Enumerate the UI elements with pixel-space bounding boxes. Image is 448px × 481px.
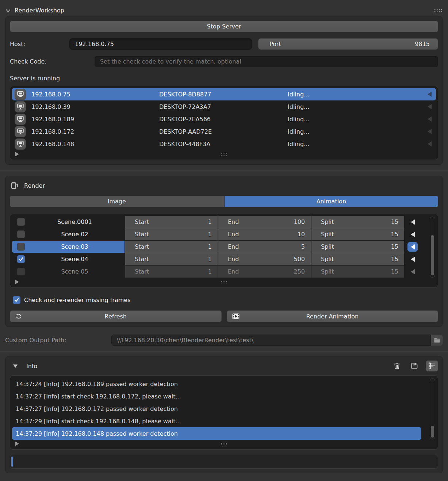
scene-row[interactable]: Scene.05 Start1 End250 Split15	[12, 266, 436, 278]
scene-row[interactable]: Scene.04 Start1 End500 Split15	[12, 253, 436, 265]
scene-start-field[interactable]: Start1	[125, 228, 218, 240]
list-expand-arrow[interactable]	[15, 280, 19, 284]
stop-server-button[interactable]: Stop Server	[10, 21, 438, 32]
command-input-field[interactable]	[10, 455, 438, 468]
scene-name: Scene.03	[25, 243, 125, 250]
save-log-button[interactable]	[408, 360, 421, 371]
log-row[interactable]: 14:37:27 [Info] 192.168.0.172 passed wor…	[12, 402, 421, 415]
scene-row[interactable]: Scene.02 Start1 End10 Split15	[12, 228, 436, 240]
scene-split-field[interactable]: Split15	[311, 241, 404, 253]
scene-checkbox[interactable]	[17, 218, 25, 226]
worker-collapse-arrow[interactable]	[423, 141, 436, 146]
scene-collapse-arrow[interactable]	[404, 228, 421, 240]
log-list-scrollbar[interactable]	[430, 378, 435, 439]
scene-row[interactable]: Scene.03 Start1 End5 Split15	[12, 241, 436, 253]
monitor-icon	[15, 138, 26, 150]
port-value: 9815	[415, 41, 430, 47]
scene-list-scrollbar[interactable]	[430, 217, 435, 278]
recheck-label: Check and re-render missing frames	[24, 297, 131, 304]
worker-status: Idling...	[288, 91, 423, 98]
log-row[interactable]: 14:37:29 [Info] 192.168.0.148 passed wor…	[12, 427, 421, 440]
scene-list: Scene.0001 Start1 End100 Split15 Scene.0…	[10, 214, 438, 288]
host-row: Host: Port 9815	[10, 38, 438, 50]
tab-image[interactable]: Image	[10, 196, 224, 207]
scene-checkbox[interactable]	[17, 268, 25, 275]
scrollbar-thumb[interactable]	[431, 235, 434, 276]
scene-checkbox[interactable]	[17, 243, 25, 251]
scene-checkbox[interactable]	[17, 230, 25, 238]
scene-start-field[interactable]: Start1	[125, 216, 218, 228]
list-resize-grip[interactable]	[221, 443, 228, 446]
worker-row[interactable]: 192.168.0.75 DESKTOP-8D8877 Idling...	[12, 88, 436, 100]
command-input[interactable]	[10, 455, 438, 469]
host-input[interactable]	[69, 38, 252, 50]
worker-name: DESKTOP-448F3A	[159, 141, 288, 148]
scene-end-field[interactable]: End100	[218, 216, 311, 228]
render-box: Render Image Animation Scene.0001 Start1…	[5, 176, 443, 327]
scene-collapse-arrow[interactable]	[404, 216, 421, 228]
list-resize-grip[interactable]	[221, 281, 228, 284]
log-row[interactable]: 14:37:27 [Info] start check 192.168.0.17…	[12, 390, 421, 402]
worker-row[interactable]: 192.168.0.39 DESKTOP-72A3A7 Idling...	[12, 100, 436, 113]
scene-start-field[interactable]: Start1	[125, 241, 218, 253]
folder-icon	[433, 337, 441, 343]
info-title[interactable]: Info	[26, 363, 37, 370]
scene-collapse-arrow[interactable]	[404, 253, 421, 265]
page-title[interactable]: RenderWorkshop	[15, 7, 64, 14]
tab-animation[interactable]: Animation	[225, 196, 439, 207]
scene-row[interactable]: Scene.0001 Start1 End100 Split15	[12, 216, 436, 228]
refresh-button[interactable]: Refresh	[10, 310, 222, 322]
host-label: Host:	[10, 41, 69, 47]
output-path-field[interactable]: \\192.168.20.30\chen\BlenderRender\test\…	[111, 335, 431, 346]
worker-row[interactable]: 192.168.0.189 DESKTOP-7EA566 Idling...	[12, 113, 436, 125]
scene-split-field[interactable]: Split15	[311, 266, 404, 278]
stop-server-label: Stop Server	[207, 23, 241, 30]
render-animation-button[interactable]: Render Animation	[227, 310, 439, 322]
worker-name: DESKTOP-7EA566	[159, 116, 288, 123]
list-expand-arrow[interactable]	[15, 152, 19, 156]
worker-collapse-arrow[interactable]	[423, 129, 436, 134]
clear-log-button[interactable]	[391, 360, 403, 371]
port-slider[interactable]: Port 9815	[258, 38, 438, 50]
grid-dots-icon[interactable]	[434, 9, 443, 12]
list-expand-arrow[interactable]	[15, 442, 19, 446]
scene-split-field[interactable]: Split15	[311, 216, 404, 228]
section-divider	[0, 351, 448, 352]
scene-split-field[interactable]: Split15	[311, 228, 404, 240]
worker-row[interactable]: 192.168.0.172 DESKTOP-AAD72E Idling...	[12, 125, 436, 138]
scrollbar-thumb[interactable]	[431, 426, 434, 438]
text-cursor	[11, 457, 13, 467]
recheck-checkbox[interactable]	[13, 296, 20, 304]
worker-collapse-arrow[interactable]	[423, 117, 436, 122]
scene-checkbox[interactable]	[17, 255, 25, 263]
scene-end-field[interactable]: End10	[218, 228, 311, 240]
render-animation-label: Render Animation	[306, 313, 359, 320]
scene-end-field[interactable]: End5	[218, 241, 311, 253]
log-list-icon-button[interactable]	[426, 360, 438, 371]
refresh-label: Refresh	[105, 313, 127, 320]
scene-collapse-arrow[interactable]	[404, 266, 421, 278]
scene-split-field[interactable]: Split15	[311, 253, 404, 265]
triangle-down-icon[interactable]	[13, 364, 18, 368]
check-code-input[interactable]	[95, 56, 438, 67]
scene-name: Scene.05	[25, 268, 125, 275]
scene-collapse-arrow[interactable]	[404, 241, 421, 253]
monitor-icon	[15, 89, 26, 100]
output-path-row: Custom Output Path: \\192.168.20.30\chen…	[5, 334, 443, 346]
scene-start-field[interactable]: Start1	[125, 253, 218, 265]
worker-collapse-arrow[interactable]	[423, 92, 436, 97]
render-result-icon	[10, 181, 19, 190]
monitor-icon	[15, 114, 26, 125]
info-box: Info	[5, 356, 443, 473]
browse-folder-button[interactable]	[431, 335, 443, 346]
scene-start-field[interactable]: Start1	[125, 266, 218, 278]
worker-collapse-arrow[interactable]	[423, 104, 436, 109]
scene-end-field[interactable]: End500	[218, 253, 311, 265]
chevron-down-icon[interactable]	[5, 7, 11, 14]
scene-end-field[interactable]: End250	[218, 266, 311, 278]
list-resize-grip[interactable]	[221, 153, 228, 156]
recheck-row: Check and re-render missing frames	[10, 296, 438, 304]
log-row[interactable]: 14:37:29 [Info] start check 192.168.0.14…	[12, 415, 421, 427]
worker-row[interactable]: 192.168.0.148 DESKTOP-448F3A Idling...	[12, 138, 436, 150]
log-row[interactable]: 14:37:24 [Info] 192.168.0.189 passed wor…	[12, 378, 421, 390]
